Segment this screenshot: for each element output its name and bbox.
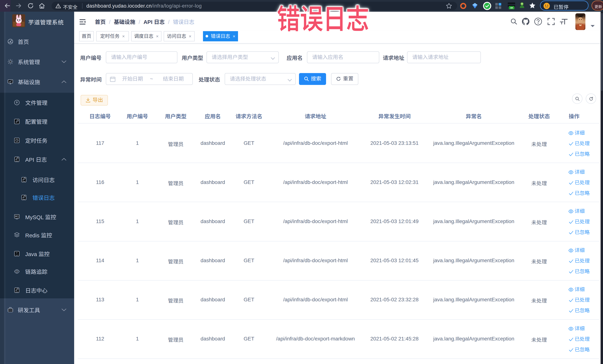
svg-text:on: on <box>510 7 513 9</box>
